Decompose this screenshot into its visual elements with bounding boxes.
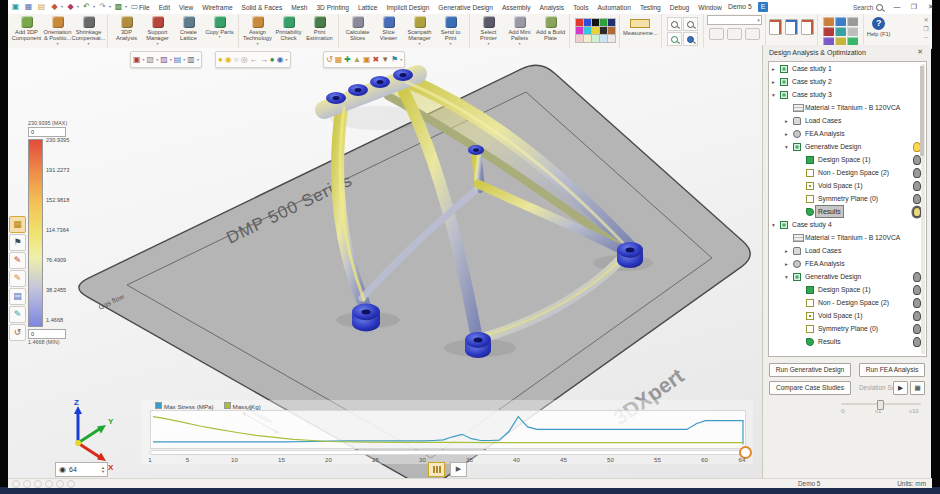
tree-item-case-study-2[interactable]: ▸Case study 2 [769,75,926,88]
panel-minimize-icon[interactable]: ─ [924,34,928,40]
menu-testing[interactable]: Testing [639,4,662,11]
visibility-bulb-icon[interactable] [913,311,921,321]
revert-button[interactable]: ↺ [9,324,26,341]
undo-icon-caret[interactable]: ▾ [93,4,95,9]
tree-item-generative-design[interactable]: ▾Generative Design [769,270,926,283]
tree-item-fea-analysis[interactable]: ▸FEA Analysis [769,257,926,270]
visibility-bulb-icon[interactable] [913,324,921,334]
results-display-button[interactable]: ▦ [9,216,26,233]
undo-icon[interactable]: ↶ [81,1,92,12]
utility-icon[interactable] [823,17,834,26]
utility-icon[interactable] [835,27,846,36]
tree-item-non-design-space-2-[interactable]: Non - Design Space (2) [769,296,926,309]
visibility-bulb-icon[interactable] [913,168,921,178]
process-flow-icon[interactable] [785,19,798,35]
frame-spinner[interactable]: ◉ 64 ▲▼ [55,462,108,477]
analysis-gold-icon[interactable]: ▲ [353,54,361,66]
menu-edit[interactable]: Edit [158,4,171,11]
shaded-view-icon[interactable]: ● [270,54,275,66]
tree-item-load-cases[interactable]: ▸Load Cases [769,114,926,127]
flag-marker-icon[interactable]: ⚑ [391,54,398,66]
save-icon[interactable]: ▦ [23,1,34,12]
3dp-analysis-button[interactable]: 3DP Analysis [111,15,142,42]
menu-wireframe[interactable]: Wireframe [201,4,233,11]
open-folder-icon[interactable]: ▤ [36,1,47,12]
redo-icon-caret[interactable]: ▾ [109,4,111,9]
visibility-bulb-icon[interactable] [913,207,921,217]
color-swatch[interactable] [607,34,616,43]
help-button[interactable]: ?Help (F1) [867,15,891,37]
tree-item-material-titanium-b-120vca[interactable]: Material = Titanium - B 120VCA [769,101,926,114]
menu-automation[interactable]: Automation [597,4,632,11]
panel-close-icon[interactable]: ✕ [923,16,928,23]
menu-lattice[interactable]: Lattice [357,4,378,11]
tree-item-symmetry-plane-0-[interactable]: Symmetry Plane (0) [769,192,926,205]
tree-item-case-study-3[interactable]: ▾Case study 3 [769,88,926,101]
tree-item-case-study-4[interactable]: ▾Case study 4 [769,218,926,231]
build-grid-icon[interactable]: ▦ [335,54,343,66]
tree-scrollbar[interactable] [921,64,925,354]
tree-item-void-space-1-[interactable]: Void Space (1) [769,309,926,322]
menu-window[interactable]: Window [697,4,722,11]
export-icon[interactable]: ◆ [65,1,76,12]
import-icon[interactable]: ◆ [49,1,60,12]
expand-arrow-icon[interactable]: ▸ [785,131,788,137]
utility-icon[interactable] [835,17,846,26]
tree-item-design-space-1-[interactable]: Design Space (1) [769,153,926,166]
menu-3d-printing[interactable]: 3D Printing [315,4,350,11]
menu-tools[interactable]: Tools [572,4,589,11]
utility-icon[interactable] [823,27,834,36]
expand-arrow-icon[interactable]: ▸ [785,248,788,254]
shrinkage-compensation-button[interactable]: Shrinkage Compensat...▾ [73,15,104,46]
chart-toggle-button[interactable] [428,462,445,477]
collapse-arrow-icon[interactable]: ▾ [785,144,788,150]
zoom-window-button[interactable] [667,17,682,31]
clipboard-blue-button[interactable]: ▤ [9,288,26,305]
expand-arrow-icon[interactable]: ▸ [785,261,788,267]
bulb-on-icon[interactable]: ◉ [225,54,232,66]
menu-mesh[interactable]: Mesh [290,4,308,11]
expand-arrow-icon[interactable]: ▸ [772,79,775,85]
tree-item-generative-design[interactable]: ▾Generative Design [769,140,926,153]
send-to-print-button[interactable]: Send to Print▾ [435,15,466,46]
collapse-arrow-icon[interactable]: ▾ [772,92,775,98]
snap-settings-icon[interactable]: ▩ [113,1,124,12]
menu-implicit-design[interactable]: Implicit Design [385,4,430,11]
calculate-slices-button[interactable]: Calculate Slices [342,15,373,42]
import-icon-caret[interactable]: ▾ [61,4,63,9]
bulb-invert-icon[interactable]: ◎ [241,54,248,66]
tree-item-load-cases[interactable]: ▸Load Cases [769,244,926,257]
markup-red-button[interactable]: ✎ [9,252,26,269]
visibility-bulb-icon[interactable] [913,181,921,191]
assign-technology-button[interactable]: Assign Technology▾ [242,15,273,46]
panel-float-icon[interactable]: ❐ [923,25,928,32]
run-generative-design-button[interactable]: Run Generative Design [769,363,851,377]
legend-min-input[interactable]: 0 [28,329,66,339]
print-estimation-button[interactable]: Print Estimation [304,15,335,42]
legend-max-input[interactable]: 0 [28,127,66,137]
menu-debug[interactable]: Debug [669,4,690,11]
select-mode-icon[interactable]: ▣ [133,54,141,66]
report-edit-icon[interactable] [769,19,782,35]
tree-item-void-space-1-[interactable]: Void Space (1) [769,179,926,192]
zoom-selected-button[interactable] [667,32,682,46]
compare-case-studies-button[interactable]: Compare Case Studies [769,381,851,395]
printer-select-dropdown[interactable]: ▾ [707,15,762,25]
bulb-all-on-icon[interactable]: ● [218,54,223,66]
zoom-object-icon[interactable]: ◉ [277,54,284,66]
orientation-positioning-button[interactable]: Orientation & Positio...▾ [42,15,73,46]
menu-assembly[interactable]: Assembly [501,4,532,11]
frame-stepper[interactable]: ▲▼ [101,466,107,474]
flag-button[interactable]: ⚑ [9,234,26,251]
app-logo-icon[interactable]: ▣ [10,1,21,12]
visibility-bulb-icon[interactable] [913,285,921,295]
recycle-icon[interactable]: ✚ [344,54,351,66]
menu-file[interactable]: File [138,4,151,11]
zoom-button[interactable] [683,17,698,31]
run-fea-analysis-button[interactable]: Run FEA Analysis [859,363,925,377]
tree-item-results[interactable]: Results [769,205,926,218]
menu-solid-faces[interactable]: Solid & Faces [241,4,284,11]
tree-item-non-design-space-2-[interactable]: Non - Design Space (2) [769,166,926,179]
export-icon-caret[interactable]: ▾ [77,4,79,9]
visibility-bulb-icon[interactable] [913,298,921,308]
